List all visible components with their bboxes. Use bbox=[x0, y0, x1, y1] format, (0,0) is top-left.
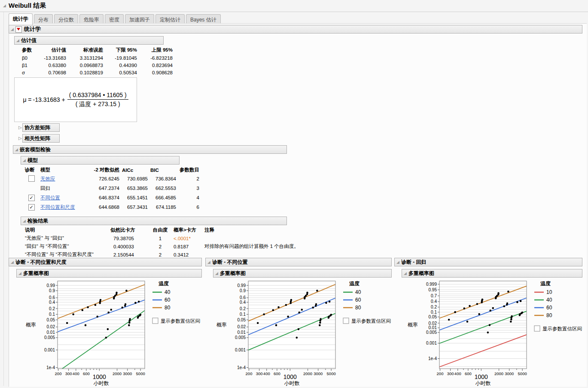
svg-text:0.999: 0.999 bbox=[426, 282, 437, 287]
collapse-icon[interactable]: ◢ bbox=[15, 148, 18, 152]
tests-col-0: 说明 bbox=[24, 226, 109, 234]
outline-multiple-probability-plot-2[interactable]: ◢多重概率图 bbox=[402, 269, 582, 278]
model-name[interactable]: 无效应 bbox=[39, 174, 81, 183]
svg-text:60: 60 bbox=[355, 297, 361, 303]
data-point bbox=[125, 290, 128, 292]
outline-multiple-probability-plot-0[interactable]: ◢多重概率图 bbox=[16, 269, 202, 278]
checkbox-box[interactable] bbox=[534, 326, 540, 331]
probability-plot-2: 0.9990.950.70.40.20.10.050.020.010.0050.… bbox=[399, 279, 588, 387]
data-point bbox=[510, 321, 512, 323]
svg-text:温度: 温度 bbox=[158, 281, 169, 287]
collapse-icon[interactable]: ◢ bbox=[215, 272, 218, 275]
tests-header-row: 说明似然比卡方自由度概率>卡方注释 bbox=[24, 226, 347, 234]
data-point bbox=[325, 302, 327, 304]
data-point bbox=[516, 301, 518, 303]
tests-body: “无效应” 与 “回归”79.387051<.0001*“回归” 与 “不同位置… bbox=[24, 234, 347, 259]
checkbox-box[interactable] bbox=[152, 318, 158, 324]
outline-multiple-probability-plot-1[interactable]: ◢多重概率图 bbox=[213, 269, 392, 278]
tab-bar: 统计学分布分位数危险率密度加速因子定制估计Bayes 估计 bbox=[9, 13, 222, 24]
collapse-icon[interactable]: ◢ bbox=[404, 272, 407, 275]
collapse-icon[interactable]: ◢ bbox=[11, 260, 14, 264]
data-point bbox=[296, 336, 298, 339]
svg-text:400: 400 bbox=[263, 371, 270, 376]
outline-models-title: 模型 bbox=[27, 157, 38, 164]
svg-text:0.9: 0.9 bbox=[240, 288, 246, 293]
outline-covariance-matrix[interactable]: 协方差矩阵 bbox=[22, 123, 60, 132]
outline-diagnostic-2[interactable]: ◢诊断 - 回归 bbox=[394, 258, 582, 266]
data-point bbox=[315, 303, 317, 306]
show-confidence-interval-checkbox[interactable]: 显示参数置信区间 bbox=[343, 318, 391, 324]
svg-text:200: 200 bbox=[437, 371, 444, 376]
estimates-value: 0.63380 bbox=[40, 61, 67, 69]
collapse-icon[interactable]: ◢ bbox=[16, 39, 19, 43]
window-title: Weibull 结果 bbox=[9, 2, 46, 10]
tests-col-2: 自由度 bbox=[148, 226, 172, 234]
outline-correlation-matrix[interactable]: 相关性矩阵 bbox=[22, 134, 60, 143]
estimates-col-0: 参数 bbox=[21, 46, 40, 54]
diagnostic-checkbox-cell: ✓ bbox=[24, 202, 39, 212]
model-name[interactable]: 不同位置 bbox=[39, 193, 81, 202]
svg-text:400: 400 bbox=[73, 371, 79, 376]
tests-col-4: 注释 bbox=[203, 226, 347, 234]
show-confidence-interval-checkbox[interactable]: 显示参数置信区间 bbox=[152, 318, 200, 324]
model-stat: 666.4585 bbox=[149, 193, 177, 202]
data-point bbox=[521, 312, 524, 314]
outline-models[interactable]: ◢ 模型 bbox=[21, 156, 180, 165]
collapse-icon[interactable]: ◢ bbox=[23, 159, 26, 162]
red-triangle-menu-button[interactable] bbox=[15, 26, 22, 33]
data-point bbox=[319, 322, 321, 324]
formula-intercept: -13.31683 bbox=[33, 96, 60, 103]
data-point bbox=[478, 313, 480, 315]
model-name[interactable]: 不同位置和尺度 bbox=[39, 202, 81, 212]
model-stat: 646.8374 bbox=[81, 193, 121, 202]
collapse-icon[interactable]: ◢ bbox=[396, 260, 399, 264]
window-collapse-icon[interactable]: ◢ bbox=[3, 4, 6, 8]
show-confidence-interval-checkbox[interactable]: 显示参数置信区间 bbox=[534, 326, 582, 331]
svg-text:1e-4: 1e-4 bbox=[428, 356, 437, 361]
expand-icon-covariance[interactable]: ▷ bbox=[18, 125, 22, 130]
data-point bbox=[277, 306, 280, 309]
estimates-col-4: 上限 95% bbox=[138, 46, 174, 54]
probability-plot-title: 多重概率图 bbox=[220, 270, 246, 277]
outline-diagnostic-0[interactable]: ◢诊断 - 不同位置和尺度 bbox=[9, 258, 202, 266]
outline-diagnostic-1[interactable]: ◢诊断 - 不同位置 bbox=[205, 258, 392, 266]
svg-text:600: 600 bbox=[465, 371, 472, 376]
expand-icon-correlation[interactable]: ▷ bbox=[18, 136, 22, 141]
outline-tree-line bbox=[3, 12, 4, 386]
collapse-icon[interactable]: ◢ bbox=[11, 27, 14, 31]
probability-plot-title: 多重概率图 bbox=[408, 270, 434, 277]
outline-statistics[interactable]: ◢ 统计学 bbox=[9, 25, 582, 34]
data-point bbox=[506, 302, 509, 305]
data-point bbox=[298, 312, 300, 314]
data-point bbox=[116, 292, 118, 294]
outline-test-results[interactable]: ◢ 检验结果 bbox=[21, 217, 287, 225]
pvalue: 0.8187 bbox=[172, 242, 203, 251]
estimates-value: σ bbox=[21, 69, 40, 76]
probability-plot-1: 0.990.90.60.40.20.10.050.020.010.0050.00… bbox=[208, 279, 392, 387]
collapse-icon[interactable]: ◢ bbox=[207, 260, 210, 264]
diagnostic-checkbox[interactable] bbox=[28, 175, 35, 182]
data-point bbox=[298, 328, 300, 330]
model-stat: 647.2374 bbox=[81, 183, 121, 193]
tests-row: “无效应” 与 “回归”79.387051<.0001* bbox=[24, 234, 347, 242]
svg-text:0.1: 0.1 bbox=[431, 310, 437, 315]
estimates-value: β1 bbox=[21, 61, 40, 69]
diagnostic-checkbox[interactable]: ✓ bbox=[28, 204, 35, 211]
checkbox-box[interactable] bbox=[343, 318, 349, 324]
collapse-icon[interactable]: ◢ bbox=[18, 272, 21, 275]
svg-text:0.99: 0.99 bbox=[238, 283, 246, 288]
chisq-value: 0.400033 bbox=[109, 242, 148, 251]
plot-legend: 温度10406080显示参数置信区间 bbox=[534, 281, 582, 331]
data-point bbox=[492, 307, 494, 309]
svg-text:0.01: 0.01 bbox=[238, 330, 246, 335]
outline-estimates[interactable]: ◢ 估计值 bbox=[14, 36, 164, 45]
svg-text:0.7: 0.7 bbox=[431, 293, 437, 298]
diagnostic-checkbox[interactable]: ✓ bbox=[28, 195, 35, 201]
model-name: 回归 bbox=[39, 183, 81, 193]
svg-text:1000: 1000 bbox=[283, 373, 297, 380]
outline-nested-model-tests[interactable]: ◢ 嵌套模型检验 bbox=[13, 145, 287, 154]
collapse-icon[interactable]: ◢ bbox=[23, 219, 26, 223]
estimates-value: β0 bbox=[21, 54, 40, 61]
svg-text:0.2: 0.2 bbox=[49, 306, 55, 311]
tab-statistics[interactable]: 统计学 bbox=[9, 13, 33, 25]
